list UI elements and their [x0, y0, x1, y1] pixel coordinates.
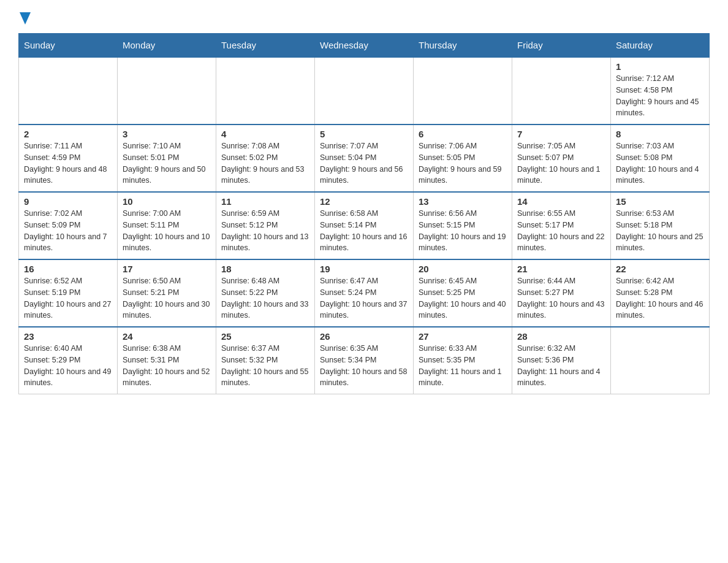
day-number: 24: [123, 331, 211, 342]
day-info: Sunrise: 7:08 AMSunset: 5:02 PMDaylight:…: [221, 140, 309, 186]
day-info: Sunrise: 7:10 AMSunset: 5:01 PMDaylight:…: [123, 140, 211, 186]
calendar-cell: 1Sunrise: 7:12 AMSunset: 4:58 PMDaylight…: [611, 57, 710, 124]
calendar-cell: 3Sunrise: 7:10 AMSunset: 5:01 PMDaylight…: [118, 124, 216, 192]
day-info: Sunrise: 6:42 AMSunset: 5:28 PMDaylight:…: [616, 275, 704, 321]
day-number: 28: [517, 331, 605, 342]
calendar-cell: 9Sunrise: 7:02 AMSunset: 5:09 PMDaylight…: [19, 192, 118, 259]
calendar-cell: 14Sunrise: 6:55 AMSunset: 5:17 PMDayligh…: [512, 192, 611, 259]
calendar-cell: 25Sunrise: 6:37 AMSunset: 5:32 PMDayligh…: [216, 327, 315, 394]
day-number: 3: [123, 129, 211, 139]
day-info: Sunrise: 6:53 AMSunset: 5:18 PMDaylight:…: [616, 208, 704, 254]
day-number: 5: [320, 129, 408, 139]
day-number: 12: [320, 196, 408, 207]
day-number: 18: [221, 264, 309, 274]
day-info: Sunrise: 6:32 AMSunset: 5:36 PMDaylight:…: [517, 343, 605, 389]
calendar-cell: [611, 327, 710, 394]
day-info: Sunrise: 6:44 AMSunset: 5:27 PMDaylight:…: [517, 275, 605, 321]
calendar-cell: 16Sunrise: 6:52 AMSunset: 5:19 PMDayligh…: [19, 259, 118, 327]
calendar-cell: 19Sunrise: 6:47 AMSunset: 5:24 PMDayligh…: [315, 259, 414, 327]
calendar-cell: 23Sunrise: 6:40 AMSunset: 5:29 PMDayligh…: [19, 327, 118, 394]
calendar-cell: 17Sunrise: 6:50 AMSunset: 5:21 PMDayligh…: [118, 259, 216, 327]
calendar-cell: 8Sunrise: 7:03 AMSunset: 5:08 PMDaylight…: [611, 124, 710, 192]
calendar-cell: [216, 57, 315, 124]
calendar-cell: 21Sunrise: 6:44 AMSunset: 5:27 PMDayligh…: [512, 259, 611, 327]
day-info: Sunrise: 7:05 AMSunset: 5:07 PMDaylight:…: [517, 140, 605, 186]
calendar-cell: 12Sunrise: 6:58 AMSunset: 5:14 PMDayligh…: [315, 192, 414, 259]
calendar-cell: 7Sunrise: 7:05 AMSunset: 5:07 PMDaylight…: [512, 124, 611, 192]
calendar-cell: 20Sunrise: 6:45 AMSunset: 5:25 PMDayligh…: [414, 259, 512, 327]
day-header-thursday: Thursday: [414, 34, 512, 58]
day-info: Sunrise: 7:00 AMSunset: 5:11 PMDaylight:…: [123, 208, 211, 254]
calendar-cell: 10Sunrise: 7:00 AMSunset: 5:11 PMDayligh…: [118, 192, 216, 259]
day-number: 13: [419, 196, 507, 207]
day-number: 11: [221, 196, 309, 207]
day-number: 27: [419, 331, 507, 342]
day-number: 7: [517, 129, 605, 139]
day-number: 2: [24, 129, 112, 139]
day-info: Sunrise: 6:33 AMSunset: 5:35 PMDaylight:…: [419, 343, 507, 389]
calendar-cell: 28Sunrise: 6:32 AMSunset: 5:36 PMDayligh…: [512, 327, 611, 394]
day-header-tuesday: Tuesday: [216, 34, 315, 58]
day-header-monday: Monday: [118, 34, 216, 58]
day-number: 10: [123, 196, 211, 207]
day-number: 9: [24, 196, 112, 207]
day-number: 1: [616, 61, 704, 72]
day-number: 8: [616, 129, 704, 139]
day-number: 20: [419, 264, 507, 274]
calendar-cell: 26Sunrise: 6:35 AMSunset: 5:34 PMDayligh…: [315, 327, 414, 394]
day-info: Sunrise: 6:59 AMSunset: 5:12 PMDaylight:…: [221, 208, 309, 254]
page-header: [18, 12, 710, 23]
calendar-cell: [414, 57, 512, 124]
day-header-friday: Friday: [512, 34, 611, 58]
day-header-sunday: Sunday: [19, 34, 118, 58]
svg-marker-0: [20, 12, 31, 25]
calendar-cell: 27Sunrise: 6:33 AMSunset: 5:35 PMDayligh…: [414, 327, 512, 394]
day-number: 15: [616, 196, 704, 207]
calendar-cell: 22Sunrise: 6:42 AMSunset: 5:28 PMDayligh…: [611, 259, 710, 327]
calendar-cell: [512, 57, 611, 124]
day-info: Sunrise: 6:58 AMSunset: 5:14 PMDaylight:…: [320, 208, 408, 254]
calendar-cell: [315, 57, 414, 124]
calendar-table: SundayMondayTuesdayWednesdayThursdayFrid…: [18, 33, 710, 394]
calendar-cell: 6Sunrise: 7:06 AMSunset: 5:05 PMDaylight…: [414, 124, 512, 192]
day-number: 22: [616, 264, 704, 274]
day-number: 14: [517, 196, 605, 207]
day-info: Sunrise: 7:07 AMSunset: 5:04 PMDaylight:…: [320, 140, 408, 186]
calendar-cell: 24Sunrise: 6:38 AMSunset: 5:31 PMDayligh…: [118, 327, 216, 394]
calendar-cell: [19, 57, 118, 124]
day-info: Sunrise: 6:38 AMSunset: 5:31 PMDaylight:…: [123, 343, 211, 389]
logo-triangle-icon: [20, 12, 31, 25]
day-number: 17: [123, 264, 211, 274]
day-number: 23: [24, 331, 112, 342]
day-info: Sunrise: 6:56 AMSunset: 5:15 PMDaylight:…: [419, 208, 507, 254]
calendar-cell: 13Sunrise: 6:56 AMSunset: 5:15 PMDayligh…: [414, 192, 512, 259]
day-info: Sunrise: 6:50 AMSunset: 5:21 PMDaylight:…: [123, 275, 211, 321]
day-info: Sunrise: 7:12 AMSunset: 4:58 PMDaylight:…: [616, 73, 704, 119]
calendar-cell: 11Sunrise: 6:59 AMSunset: 5:12 PMDayligh…: [216, 192, 315, 259]
calendar-cell: [118, 57, 216, 124]
day-info: Sunrise: 6:48 AMSunset: 5:22 PMDaylight:…: [221, 275, 309, 321]
day-number: 26: [320, 331, 408, 342]
calendar-cell: 2Sunrise: 7:11 AMSunset: 4:59 PMDaylight…: [19, 124, 118, 192]
day-header-saturday: Saturday: [611, 34, 710, 58]
day-info: Sunrise: 7:06 AMSunset: 5:05 PMDaylight:…: [419, 140, 507, 186]
day-info: Sunrise: 6:35 AMSunset: 5:34 PMDaylight:…: [320, 343, 408, 389]
day-info: Sunrise: 6:47 AMSunset: 5:24 PMDaylight:…: [320, 275, 408, 321]
calendar-cell: 15Sunrise: 6:53 AMSunset: 5:18 PMDayligh…: [611, 192, 710, 259]
day-number: 6: [419, 129, 507, 139]
day-number: 21: [517, 264, 605, 274]
day-number: 4: [221, 129, 309, 139]
calendar-cell: 18Sunrise: 6:48 AMSunset: 5:22 PMDayligh…: [216, 259, 315, 327]
calendar-cell: 5Sunrise: 7:07 AMSunset: 5:04 PMDaylight…: [315, 124, 414, 192]
day-info: Sunrise: 7:11 AMSunset: 4:59 PMDaylight:…: [24, 140, 112, 186]
day-info: Sunrise: 7:02 AMSunset: 5:09 PMDaylight:…: [24, 208, 112, 254]
logo: [18, 12, 31, 23]
day-number: 19: [320, 264, 408, 274]
day-info: Sunrise: 6:37 AMSunset: 5:32 PMDaylight:…: [221, 343, 309, 389]
day-info: Sunrise: 6:45 AMSunset: 5:25 PMDaylight:…: [419, 275, 507, 321]
day-number: 16: [24, 264, 112, 274]
day-info: Sunrise: 6:40 AMSunset: 5:29 PMDaylight:…: [24, 343, 112, 389]
day-number: 25: [221, 331, 309, 342]
day-info: Sunrise: 7:03 AMSunset: 5:08 PMDaylight:…: [616, 140, 704, 186]
day-info: Sunrise: 6:52 AMSunset: 5:19 PMDaylight:…: [24, 275, 112, 321]
